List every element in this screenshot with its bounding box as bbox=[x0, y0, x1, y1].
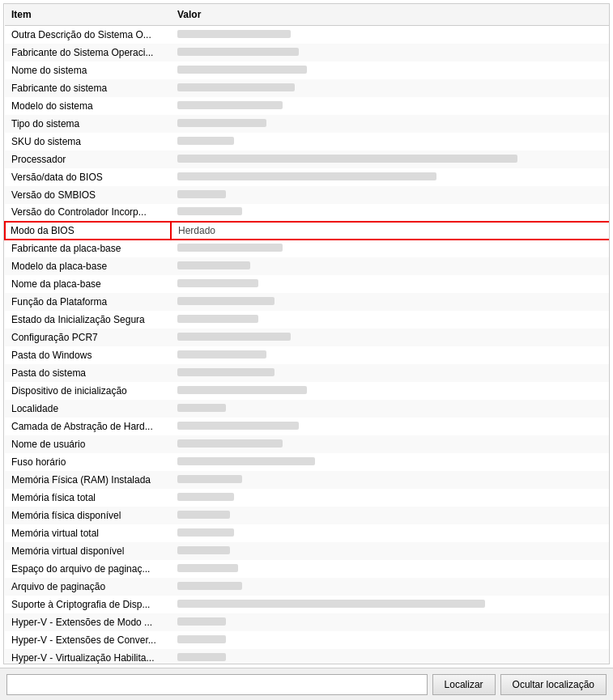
table-row: Estado da Inicialização Segura bbox=[5, 311, 610, 329]
row-value bbox=[171, 400, 610, 418]
row-value bbox=[171, 26, 610, 44]
row-value bbox=[171, 382, 610, 400]
table-row: Memória virtual total bbox=[5, 524, 610, 542]
row-value bbox=[171, 240, 610, 257]
table-row: Configuração PCR7 bbox=[5, 329, 610, 346]
row-value bbox=[171, 649, 610, 665]
row-value bbox=[171, 97, 610, 115]
row-item-label: Hyper-V - Virtualização Habilita... bbox=[5, 649, 171, 665]
row-value bbox=[171, 471, 610, 489]
row-item-label: Memória física total bbox=[5, 489, 171, 507]
row-value bbox=[171, 453, 610, 471]
row-value bbox=[171, 596, 610, 613]
row-item-label: Configuração PCR7 bbox=[5, 329, 171, 346]
row-value bbox=[171, 311, 610, 329]
row-value bbox=[171, 489, 610, 507]
row-value: Herdado bbox=[171, 222, 610, 240]
col-header-value: Valor bbox=[171, 4, 610, 26]
row-value bbox=[171, 79, 610, 97]
table-row: Nome da placa-base bbox=[5, 275, 610, 293]
row-item-label: Espaço do arquivo de paginaç... bbox=[5, 560, 171, 578]
table-row: Memória Física (RAM) Instalada bbox=[5, 471, 610, 489]
table-row: Outra Descrição do Sistema O... bbox=[5, 26, 610, 44]
row-item-label: Nome de usuário bbox=[5, 435, 171, 453]
row-value bbox=[171, 507, 610, 524]
main-container: Item Valor Outra Descrição do Sistema O.… bbox=[0, 0, 613, 700]
row-item-label: Memória virtual total bbox=[5, 524, 171, 542]
row-value bbox=[171, 293, 610, 311]
table-row: Arquivo de paginação bbox=[5, 578, 610, 596]
table-row: Nome de usuário bbox=[5, 435, 610, 453]
table-row: Tipo do sistema bbox=[5, 115, 610, 133]
table-row: Versão do Controlador Incorp... bbox=[5, 204, 610, 222]
row-item-label: Hyper-V - Extensões de Conver... bbox=[5, 631, 171, 649]
row-item-label: Fuso horário bbox=[5, 453, 171, 471]
row-item-label: Fabricante do Sistema Operaci... bbox=[5, 44, 171, 62]
table-row: Hyper-V - Virtualização Habilita... bbox=[5, 649, 610, 665]
table-row: Memória física disponível bbox=[5, 507, 610, 524]
table-row: Memória virtual disponível bbox=[5, 542, 610, 560]
table-row: Hyper-V - Extensões de Conver... bbox=[5, 631, 610, 649]
table-row: Hyper-V - Extensões de Modo ... bbox=[5, 613, 610, 631]
row-item-label: Processador bbox=[5, 151, 171, 168]
row-item-label: Função da Plataforma bbox=[5, 293, 171, 311]
bottom-bar: Localizar Ocultar localização bbox=[0, 668, 613, 700]
row-value bbox=[171, 204, 610, 222]
row-value bbox=[171, 62, 610, 79]
row-item-label: Tipo do sistema bbox=[5, 115, 171, 133]
row-value bbox=[171, 524, 610, 542]
row-value bbox=[171, 560, 610, 578]
table-row: Versão do SMBIOS bbox=[5, 186, 610, 204]
row-item-label: Modelo da placa-base bbox=[5, 257, 171, 275]
table-row: Pasta do sistema bbox=[5, 364, 610, 382]
row-item-label: Modo da BIOS bbox=[5, 222, 171, 240]
search-input[interactable] bbox=[6, 674, 428, 695]
row-value bbox=[171, 168, 610, 186]
row-item-label: Versão do SMBIOS bbox=[5, 186, 171, 204]
row-item-label: Hyper-V - Extensões de Modo ... bbox=[5, 613, 171, 631]
row-item-label: Versão do Controlador Incorp... bbox=[5, 204, 171, 222]
row-value bbox=[171, 542, 610, 560]
row-item-label: Modelo do sistema bbox=[5, 97, 171, 115]
table-row: Suporte à Criptografia de Disp... bbox=[5, 596, 610, 613]
row-item-label: Suporte à Criptografia de Disp... bbox=[5, 596, 171, 613]
row-item-label: SKU do sistema bbox=[5, 133, 171, 151]
row-value bbox=[171, 329, 610, 346]
row-value bbox=[171, 631, 610, 649]
row-item-label: Versão/data do BIOS bbox=[5, 168, 171, 186]
row-value bbox=[171, 151, 610, 168]
row-item-label: Pasta do sistema bbox=[5, 364, 171, 382]
table-row: Modelo do sistema bbox=[5, 97, 610, 115]
system-info-table: Item Valor Outra Descrição do Sistema O.… bbox=[4, 4, 610, 664]
find-button[interactable]: Localizar bbox=[432, 674, 496, 695]
row-value bbox=[171, 275, 610, 293]
row-value bbox=[171, 346, 610, 364]
table-row: Versão/data do BIOS bbox=[5, 168, 610, 186]
table-row: Função da Plataforma bbox=[5, 293, 610, 311]
hide-button[interactable]: Ocultar localização bbox=[500, 674, 607, 695]
row-item-label: Memória Física (RAM) Instalada bbox=[5, 471, 171, 489]
table-row: Fabricante do sistema bbox=[5, 79, 610, 97]
row-item-label: Camada de Abstração de Hard... bbox=[5, 418, 171, 435]
table-row: Dispositivo de inicialização bbox=[5, 382, 610, 400]
row-value bbox=[171, 257, 610, 275]
row-item-label: Nome da placa-base bbox=[5, 275, 171, 293]
table-row: Fabricante do Sistema Operaci... bbox=[5, 44, 610, 62]
row-item-label: Pasta do Windows bbox=[5, 346, 171, 364]
row-item-label: Dispositivo de inicialização bbox=[5, 382, 171, 400]
table-row: SKU do sistema bbox=[5, 133, 610, 151]
row-value bbox=[171, 133, 610, 151]
table-row: Fabricante da placa-base bbox=[5, 240, 610, 257]
row-item-label: Localidade bbox=[5, 400, 171, 418]
row-item-label: Outra Descrição do Sistema O... bbox=[5, 26, 171, 44]
table-row: Espaço do arquivo de paginaç... bbox=[5, 560, 610, 578]
row-value bbox=[171, 44, 610, 62]
table-row: Fuso horário bbox=[5, 453, 610, 471]
row-item-label: Fabricante do sistema bbox=[5, 79, 171, 97]
table-row: Localidade bbox=[5, 400, 610, 418]
table-container: Item Valor Outra Descrição do Sistema O.… bbox=[3, 3, 610, 664]
table-row: Pasta do Windows bbox=[5, 346, 610, 364]
row-value bbox=[171, 435, 610, 453]
col-header-item: Item bbox=[5, 4, 171, 26]
table-row: Modo da BIOSHerdado bbox=[5, 222, 610, 240]
